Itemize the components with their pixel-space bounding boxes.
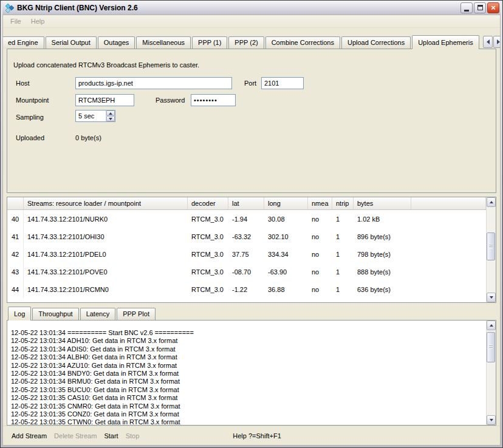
host-input[interactable] (75, 77, 232, 89)
app-icon (5, 3, 15, 13)
host-label: Host (16, 80, 30, 87)
tab-ppp-1[interactable]: PPP (1) (192, 36, 227, 49)
scroll-down-icon (490, 296, 493, 299)
minimize-icon (464, 10, 469, 12)
scroll-thumb[interactable] (487, 332, 495, 362)
log-line: 12-05-22 13:01:35 CTWN0: Get data in RTC… (11, 418, 485, 425)
bottom-action-bar: Add Stream Delete Stream Start Stop Help… (3, 426, 500, 445)
scroll-up-icon (490, 201, 493, 203)
window-controls: × (460, 2, 499, 13)
start-button[interactable]: Start (100, 430, 121, 442)
header-decoder[interactable]: decoder (188, 197, 228, 209)
spin-up-icon (109, 112, 112, 115)
row-header: 41 (7, 228, 24, 245)
scroll-track[interactable] (487, 207, 496, 293)
titlebar: BKG Ntrip Client (BNC) Version 2.6 × (2, 1, 501, 15)
header-bytes[interactable]: bytes (354, 197, 411, 209)
menu-file[interactable]: File (5, 16, 26, 26)
password-label: Password (156, 97, 185, 104)
log-line: 12-05-22 13:01:35 BUCU0: Get data in RTC… (11, 386, 485, 394)
minimize-button[interactable] (460, 2, 473, 13)
stop-button[interactable]: Stop (122, 430, 143, 442)
sampling-spinbox[interactable]: 5 sec (75, 110, 115, 122)
cell-ntrip: 1 (332, 251, 354, 258)
tab-feed-engine[interactable]: ed Engine (2, 36, 44, 49)
mountpoint-input[interactable] (75, 94, 134, 106)
tab-scroll-right-button[interactable] (493, 36, 500, 48)
bottom-tabbar: Log Throughput Latency PPP Plot (3, 307, 500, 320)
header-ntrip[interactable]: ntrip (332, 197, 354, 209)
cell-ntrip: 1 (332, 216, 354, 223)
tab-ppp-2[interactable]: PPP (2) (228, 36, 264, 49)
cell-nmea: no (308, 268, 332, 276)
cell-long: 30.08 (264, 216, 308, 223)
cell-long: 302.10 (264, 233, 308, 240)
delete-stream-button[interactable]: Delete Stream (50, 430, 100, 442)
tab-combine-corrections[interactable]: Combine Corrections (265, 36, 340, 49)
cell-decoder: RTCM_3.0 (188, 286, 228, 293)
header-long[interactable]: long (264, 197, 308, 209)
log-line: 12-05-22 13:01:34 ========== Start BNC v… (11, 329, 485, 337)
streams-table-body: Streams: resource loader / mountpoint de… (7, 197, 486, 302)
sampling-spin-buttons (106, 110, 115, 121)
header-nmea[interactable]: nmea (308, 197, 332, 209)
scroll-up-button[interactable] (487, 321, 496, 330)
close-icon: × (491, 4, 496, 12)
scroll-track[interactable] (487, 330, 496, 415)
log-line: 12-05-22 13:01:35 CONZ0: Get data in RTC… (11, 410, 485, 418)
port-input[interactable] (261, 77, 304, 89)
cell-stream: 141.74.33.12:2101/RCMN0 (24, 286, 188, 293)
menu-help[interactable]: Help (26, 16, 50, 26)
streams-table-header: Streams: resource loader / mountpoint de… (7, 197, 486, 210)
table-row[interactable]: 43 141.74.33.12:2101/POVE0 RTCM_3.0 -08.… (7, 263, 486, 280)
tab-scroll-left-button[interactable] (483, 36, 493, 48)
tab-upload-ephemeris[interactable]: Upload Ephemeris (412, 35, 479, 49)
log-output: 12-05-22 13:01:34 ========== Start BNC v… (11, 329, 485, 425)
tab-ppp-plot[interactable]: PPP Plot (117, 308, 156, 320)
cell-stream: 141.74.33.12:2101/POVE0 (24, 268, 188, 276)
table-row[interactable]: 41 141.74.33.12:2101/OHI30 RTCM_3.0 -63.… (7, 228, 486, 245)
window-title: BKG Ntrip Client (BNC) Version 2.6 (17, 4, 460, 12)
row-header: 40 (7, 210, 24, 228)
sampling-value: 5 sec (76, 110, 106, 121)
upload-ephemeris-panel: Upload concatenated RTCMv3 Broadcast Eph… (7, 49, 496, 193)
mountpoint-label: Mountpoint (16, 97, 49, 104)
header-streams[interactable]: Streams: resource loader / mountpoint (24, 197, 188, 209)
scroll-down-button[interactable] (487, 415, 496, 425)
scroll-thumb[interactable] (487, 232, 495, 260)
sampling-up-button[interactable] (106, 110, 115, 116)
table-row[interactable]: 44 141.74.33.12:2101/RCMN0 RTCM_3.0 -1.2… (7, 280, 486, 298)
tab-miscellaneous[interactable]: Miscellaneous (136, 36, 191, 49)
sampling-down-button[interactable] (106, 116, 115, 121)
scroll-down-button[interactable] (487, 293, 496, 302)
cell-nmea: no (308, 286, 332, 293)
cell-long: -63.90 (264, 268, 308, 276)
row-header: 43 (7, 263, 24, 280)
cell-lat: -1.22 (228, 286, 264, 293)
table-row[interactable]: 42 141.74.33.12:2101/PDEL0 RTCM_3.0 37.7… (7, 245, 486, 263)
cell-ntrip: 1 (332, 268, 354, 276)
tab-upload-corrections[interactable]: Upload Corrections (341, 36, 411, 49)
close-button[interactable]: × (487, 2, 499, 13)
tab-log[interactable]: Log (8, 307, 31, 321)
scroll-up-button[interactable] (487, 197, 496, 207)
log-line: 12-05-22 13:01:34 ADIS0: Get data in RTC… (11, 345, 485, 353)
cell-lat: -1.94 (228, 216, 264, 223)
log-line: 12-05-22 13:01:34 AZU10: Get data in RTC… (11, 362, 485, 370)
table-row[interactable]: 40 141.74.33.12:2101/NURK0 RTCM_3.0 -1.9… (7, 210, 486, 228)
password-input[interactable] (191, 94, 236, 106)
tab-latency[interactable]: Latency (80, 308, 116, 320)
sampling-label: Sampling (16, 114, 44, 121)
spin-down-icon (109, 118, 112, 120)
tab-outages[interactable]: Outages (98, 36, 135, 49)
add-stream-button[interactable]: Add Stream (8, 430, 50, 442)
cell-lat: -63.32 (228, 233, 264, 240)
cell-nmea: no (308, 251, 332, 258)
cell-nmea: no (308, 233, 332, 240)
tab-scroll-buttons (483, 36, 500, 48)
tab-throughput[interactable]: Throughput (32, 308, 78, 320)
tab-serial-output[interactable]: Serial Output (46, 36, 97, 49)
streams-table: Streams: resource loader / mountpoint de… (7, 197, 496, 303)
header-lat[interactable]: lat (228, 197, 264, 209)
maximize-button[interactable] (474, 2, 486, 13)
